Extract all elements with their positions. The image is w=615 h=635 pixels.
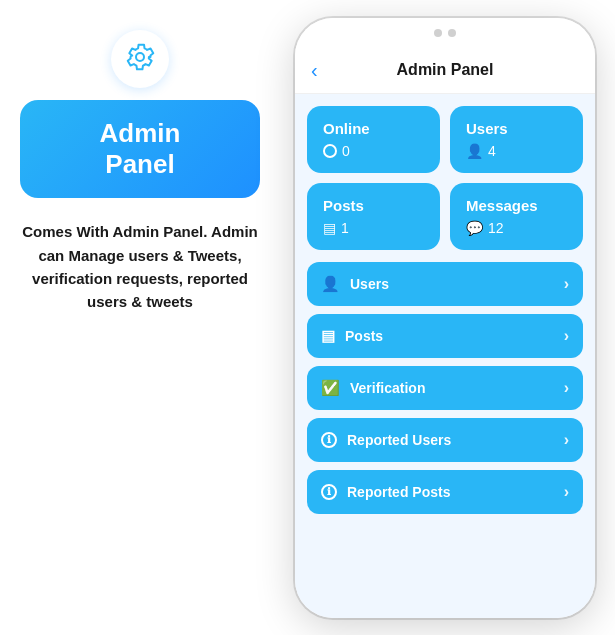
reported-posts-label: Reported Posts <box>347 484 450 500</box>
posts-icon: ▤ <box>323 220 336 236</box>
stat-value-posts: ▤ 1 <box>323 220 424 236</box>
menu-item-users[interactable]: 👤 Users › <box>307 262 583 306</box>
menu-item-users-left: 👤 Users <box>321 275 389 293</box>
stat-value-messages: 💬 12 <box>466 220 567 236</box>
reported-users-label: Reported Users <box>347 432 451 448</box>
phone-top-bar <box>295 18 595 48</box>
stat-card-online: Online 0 <box>307 106 440 173</box>
menu-item-posts[interactable]: ▤ Posts › <box>307 314 583 358</box>
phone: ‹ Admin Panel Online 0 Users <box>295 18 595 618</box>
menu-item-verification-left: ✅ Verification <box>321 379 425 397</box>
chevron-users-icon: › <box>564 275 569 293</box>
menu-list: 👤 Users › ▤ Posts › ✅ <box>307 262 583 514</box>
chevron-posts-icon: › <box>564 327 569 345</box>
chevron-reported-users-icon: › <box>564 431 569 449</box>
verification-menu-label: Verification <box>350 380 425 396</box>
stat-title-online: Online <box>323 120 424 137</box>
users-menu-label: Users <box>350 276 389 292</box>
phone-content: Online 0 Users 👤 4 Posts <box>295 94 595 618</box>
posts-menu-label: Posts <box>345 328 383 344</box>
gear-circle <box>111 30 169 88</box>
menu-item-posts-left: ▤ Posts <box>321 327 383 345</box>
online-icon <box>323 144 337 158</box>
menu-item-reported-posts[interactable]: ℹ Reported Posts › <box>307 470 583 514</box>
left-panel: Admin Panel Comes With Admin Panel. Admi… <box>0 0 280 635</box>
stat-title-users: Users <box>466 120 567 137</box>
description-text: Comes With Admin Panel. Admin can Manage… <box>20 220 260 313</box>
menu-item-reported-users-left: ℹ Reported Users <box>321 432 451 448</box>
notch-dot-2 <box>448 29 456 37</box>
chevron-verification-icon: › <box>564 379 569 397</box>
reported-users-icon: ℹ <box>321 432 337 448</box>
stat-value-online: 0 <box>323 143 424 159</box>
stat-title-posts: Posts <box>323 197 424 214</box>
users-menu-icon: 👤 <box>321 275 340 293</box>
gear-icon <box>124 41 156 77</box>
admin-badge-title: Admin Panel <box>42 118 238 180</box>
stat-card-users: Users 👤 4 <box>450 106 583 173</box>
messages-icon: 💬 <box>466 220 483 236</box>
stat-card-messages: Messages 💬 12 <box>450 183 583 250</box>
back-button[interactable]: ‹ <box>311 59 318 82</box>
phone-wrapper: ‹ Admin Panel Online 0 Users <box>275 0 615 635</box>
menu-item-reported-posts-left: ℹ Reported Posts <box>321 484 450 500</box>
verification-menu-icon: ✅ <box>321 379 340 397</box>
menu-item-verification[interactable]: ✅ Verification › <box>307 366 583 410</box>
reported-posts-icon: ℹ <box>321 484 337 500</box>
users-icon: 👤 <box>466 143 483 159</box>
chevron-reported-posts-icon: › <box>564 483 569 501</box>
stats-grid: Online 0 Users 👤 4 Posts <box>307 106 583 250</box>
posts-menu-icon: ▤ <box>321 327 335 345</box>
header-title: Admin Panel <box>397 61 494 79</box>
gear-container <box>20 30 260 88</box>
admin-badge: Admin Panel <box>20 100 260 198</box>
notch-dot-1 <box>434 29 442 37</box>
stat-value-users: 👤 4 <box>466 143 567 159</box>
phone-header: ‹ Admin Panel <box>295 48 595 94</box>
stat-title-messages: Messages <box>466 197 567 214</box>
stat-card-posts: Posts ▤ 1 <box>307 183 440 250</box>
menu-item-reported-users[interactable]: ℹ Reported Users › <box>307 418 583 462</box>
